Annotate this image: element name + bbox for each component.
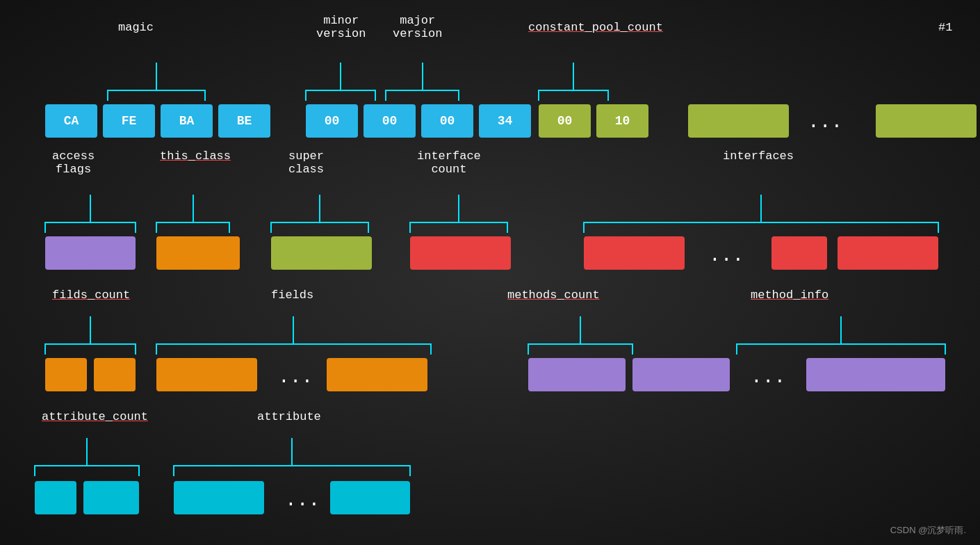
box-interfaces-3 [838, 236, 938, 270]
box-00c: 00 [421, 104, 473, 138]
box-be: BE [218, 104, 270, 138]
label-hash1: #1 [938, 21, 952, 34]
box-access-flags [45, 236, 136, 270]
connectors-svg [0, 0, 980, 545]
label-super-class: superclass [288, 149, 324, 176]
box-00b: 00 [364, 104, 416, 138]
label-dots-3: ... [278, 366, 313, 388]
label-magic: magic [118, 21, 154, 34]
watermark: CSDN @沉梦听雨. [890, 524, 966, 537]
box-olive-right [876, 104, 977, 138]
box-filds-count-1 [45, 358, 87, 391]
box-10: 10 [596, 104, 648, 138]
box-interfaces-1 [584, 236, 685, 270]
label-constant-pool-count: constant_pool_count [528, 21, 663, 34]
label-dots-4: ... [751, 366, 785, 388]
label-filds-count: filds_count [52, 288, 130, 302]
box-ca: CA [45, 104, 97, 138]
box-interfaces-2 [771, 236, 827, 270]
label-interfaces: interfaces [723, 149, 794, 163]
label-this-class: this_class [160, 149, 231, 163]
label-major-version: majorversion [393, 14, 442, 40]
label-interface-count: interfacecount [417, 149, 481, 176]
box-method-info [806, 358, 945, 391]
diagram: magic minorversion majorversion constant… [0, 0, 980, 545]
label-attribute-count: attribute_count [42, 410, 148, 423]
label-methods-count: methods_count [507, 288, 600, 302]
box-fe: FE [103, 104, 155, 138]
box-filds-count-2 [94, 358, 136, 391]
label-dots-5: ... [285, 489, 320, 511]
box-olive-large [688, 104, 789, 138]
box-00d: 00 [539, 104, 591, 138]
box-methods-count-2 [632, 358, 730, 391]
box-ba: BA [161, 104, 213, 138]
box-34: 34 [479, 104, 531, 138]
box-attribute-2 [330, 481, 410, 514]
box-super-class [271, 236, 372, 270]
box-methods-count-1 [528, 358, 626, 391]
label-attribute: attribute [257, 410, 321, 423]
label-method-info: method_info [751, 288, 828, 302]
box-fields-2 [327, 358, 427, 391]
box-00a: 00 [306, 104, 358, 138]
box-attribute-1 [174, 481, 264, 514]
box-fields-1 [156, 358, 257, 391]
label-dots-1: ... [808, 111, 842, 133]
label-fields: fields [271, 288, 313, 302]
box-interface-count [410, 236, 511, 270]
label-minor-version: minorversion [316, 14, 366, 40]
box-this-class [156, 236, 240, 270]
box-attribute-count-2 [83, 481, 139, 514]
label-dots-2: ... [709, 245, 744, 266]
box-attribute-count-1 [35, 481, 76, 514]
label-access-flags: accessflags [52, 149, 95, 176]
